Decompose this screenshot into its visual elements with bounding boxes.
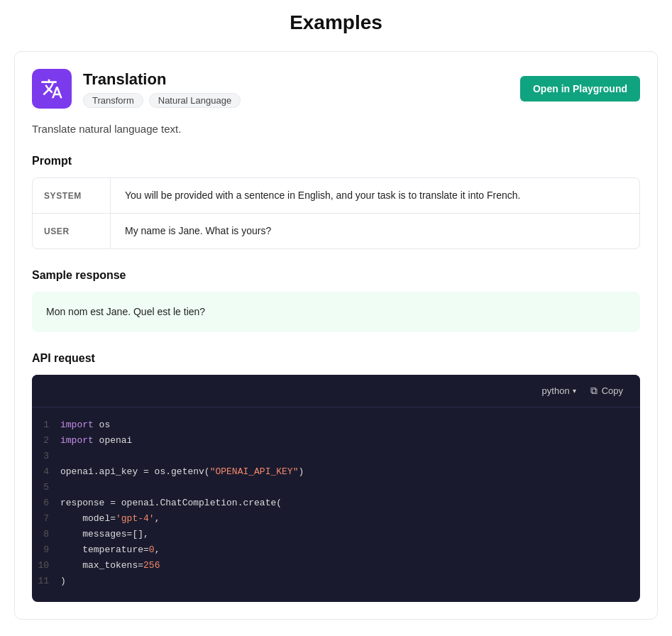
prompt-row-system: SYSTEM You will be provided with a sente… [33, 178, 639, 214]
line-code: import openai [60, 435, 132, 446]
example-header: Translation Transform Natural Language O… [32, 69, 640, 109]
line-code: ) [60, 576, 66, 586]
app-info: Translation Transform Natural Language [83, 70, 241, 108]
example-card: Translation Transform Natural Language O… [14, 51, 658, 620]
code-line: 9 temperature=0, [32, 544, 640, 559]
tag-transform: Transform [83, 93, 143, 108]
code-line: 11 ) [32, 575, 640, 591]
line-code: model='gpt-4', [60, 513, 160, 524]
line-code [60, 451, 66, 461]
example-header-left: Translation Transform Natural Language [32, 69, 241, 109]
prompt-row-user: USER My name is Jane. What is yours? [33, 214, 639, 248]
prompt-box: SYSTEM You will be provided with a sente… [32, 177, 640, 249]
code-line: 1 import os [32, 419, 640, 434]
app-icon [32, 69, 72, 109]
prompt-role-system: SYSTEM [33, 178, 111, 213]
line-num: 9 [32, 544, 60, 555]
copy-button[interactable]: ⧉ Copy [585, 382, 629, 400]
line-code: temperature=0, [60, 544, 160, 555]
copy-icon: ⧉ [590, 385, 597, 397]
line-num: 4 [32, 466, 60, 477]
line-code: response = openai.ChatCompletion.create( [60, 498, 282, 508]
prompt-content-system: You will be provided with a sentence in … [111, 178, 639, 213]
example-description: Translate natural language text. [32, 123, 640, 135]
line-code: openai.api_key = os.getenv("OPENAI_API_K… [60, 466, 304, 477]
line-code: max_tokens=256 [60, 560, 160, 571]
code-body: 1 import os 2 import openai 3 4 openai.a… [32, 407, 640, 602]
line-code [60, 482, 66, 493]
open-playground-button[interactable]: Open in Playground [520, 76, 640, 102]
code-line: 8 messages=[], [32, 528, 640, 544]
code-line: 10 max_tokens=256 [32, 559, 640, 575]
app-title: Translation [83, 70, 241, 89]
code-line: 5 [32, 481, 640, 497]
code-line: 6 response = openai.ChatCompletion.creat… [32, 497, 640, 512]
language-selector[interactable]: python ▾ [542, 385, 576, 396]
code-line: 7 model='gpt-4', [32, 512, 640, 528]
code-container: python ▾ ⧉ Copy 1 import os 2 import ope… [32, 375, 640, 602]
tags-container: Transform Natural Language [83, 93, 241, 108]
sample-response-title: Sample response [32, 269, 640, 282]
line-num: 1 [32, 420, 60, 430]
code-toolbar: python ▾ ⧉ Copy [32, 375, 640, 407]
line-num: 11 [32, 576, 60, 586]
line-num: 3 [32, 451, 60, 461]
line-code: import os [60, 420, 110, 430]
line-num: 8 [32, 529, 60, 539]
line-num: 5 [32, 482, 60, 493]
code-line: 4 openai.api_key = os.getenv("OPENAI_API… [32, 466, 640, 481]
line-num: 2 [32, 435, 60, 446]
line-num: 7 [32, 513, 60, 524]
api-request-title: API request [32, 352, 640, 365]
line-num: 10 [32, 560, 60, 571]
sample-response-box: Mon nom est Jane. Quel est le tien? [32, 292, 640, 332]
code-line: 3 [32, 450, 640, 466]
copy-label: Copy [602, 385, 623, 396]
code-line: 2 import openai [32, 434, 640, 450]
prompt-role-user: USER [33, 214, 111, 248]
tag-natural-language: Natural Language [149, 93, 241, 108]
line-code: messages=[], [60, 529, 149, 539]
page-title: Examples [14, 0, 658, 51]
prompt-section-title: Prompt [32, 155, 640, 168]
prompt-content-user: My name is Jane. What is yours? [111, 214, 639, 248]
translation-icon [40, 77, 63, 100]
chevron-down-icon: ▾ [573, 387, 576, 395]
line-num: 6 [32, 498, 60, 508]
language-label: python [542, 385, 570, 396]
